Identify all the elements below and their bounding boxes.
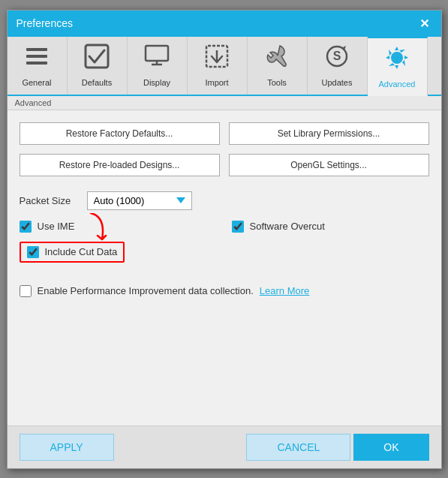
- tab-updates[interactable]: S Updates: [308, 37, 368, 95]
- tab-display-label: Display: [143, 78, 170, 87]
- tab-advanced[interactable]: Advanced: [368, 37, 428, 96]
- title-bar: Preferences ✕: [8, 11, 441, 37]
- enable-performance-label: Enable Performance Improvement data coll…: [38, 285, 254, 296]
- include-cut-data-checkbox[interactable]: [27, 246, 39, 258]
- ok-button[interactable]: OK: [353, 434, 428, 461]
- svg-point-13: [394, 55, 400, 61]
- tab-tools[interactable]: Tools: [248, 37, 308, 95]
- updates-icon: S: [323, 43, 350, 75]
- svg-rect-0: [26, 48, 47, 51]
- footer-right-buttons: CANCEL OK: [246, 434, 428, 461]
- svg-rect-4: [146, 46, 168, 61]
- content-area: Restore Factory Defaults... Set Library …: [8, 110, 441, 425]
- packet-size-row: Packet Size Auto (1000): [20, 191, 429, 210]
- opengl-button[interactable]: OpenGL Settings...: [229, 154, 429, 176]
- tab-tools-label: Tools: [267, 78, 287, 87]
- tab-display[interactable]: Display: [128, 37, 188, 95]
- cancel-button[interactable]: CANCEL: [246, 434, 350, 461]
- breadcrumb: Advanced: [8, 96, 441, 110]
- button-row-2: Restore Pre-loaded Designs... OpenGL Set…: [20, 154, 429, 176]
- learn-more-link[interactable]: Learn More: [260, 285, 309, 296]
- monitor-icon: [143, 43, 170, 75]
- right-column: Software Overcut: [232, 221, 429, 272]
- footer: APPLY CANCEL OK: [8, 425, 441, 468]
- svg-rect-2: [26, 62, 47, 65]
- tab-import[interactable]: Import: [188, 37, 248, 95]
- dialog-title: Preferences: [17, 17, 73, 29]
- packet-size-select[interactable]: Auto (1000): [87, 191, 192, 210]
- performance-row: Enable Performance Improvement data coll…: [20, 285, 429, 297]
- left-column: Use IME Include Cut Data: [20, 221, 217, 272]
- packet-size-label: Packet Size: [20, 195, 80, 206]
- checkbox-columns: Use IME Include Cut Data: [20, 221, 429, 272]
- include-cut-data-label: Include Cut Data: [45, 246, 118, 257]
- tab-defaults[interactable]: Defaults: [68, 37, 128, 95]
- software-overcut-label: Software Overcut: [250, 221, 325, 232]
- gear-icon: [383, 44, 410, 77]
- preferences-dialog: Preferences ✕ General Defaults: [7, 10, 442, 469]
- restore-preloaded-button[interactable]: Restore Pre-loaded Designs...: [20, 154, 220, 176]
- tab-bar: General Defaults Display: [8, 37, 441, 96]
- software-overcut-checkbox[interactable]: [232, 221, 244, 233]
- software-overcut-row: Software Overcut: [232, 221, 429, 233]
- use-ime-row: Use IME: [20, 221, 217, 233]
- import-icon: [203, 43, 230, 75]
- svg-text:S: S: [333, 50, 341, 62]
- svg-rect-1: [26, 55, 47, 58]
- red-arrow-indicator: [65, 213, 117, 247]
- tab-general-label: General: [22, 78, 51, 87]
- set-library-button[interactable]: Set Library Permissions...: [229, 122, 429, 145]
- tab-defaults-label: Defaults: [82, 78, 112, 87]
- use-ime-checkbox[interactable]: [20, 221, 32, 233]
- enable-performance-checkbox[interactable]: [20, 285, 32, 297]
- tab-updates-label: Updates: [322, 78, 353, 87]
- tab-import-label: Import: [205, 78, 228, 87]
- apply-button[interactable]: APPLY: [20, 434, 114, 461]
- list-icon: [23, 43, 50, 75]
- tab-advanced-label: Advanced: [379, 80, 416, 89]
- restore-factory-button[interactable]: Restore Factory Defaults...: [20, 122, 220, 145]
- close-button[interactable]: ✕: [416, 17, 432, 31]
- check-icon: [83, 43, 110, 75]
- tab-general[interactable]: General: [8, 37, 68, 95]
- button-row-1: Restore Factory Defaults... Set Library …: [20, 122, 429, 145]
- tools-icon: [263, 43, 290, 75]
